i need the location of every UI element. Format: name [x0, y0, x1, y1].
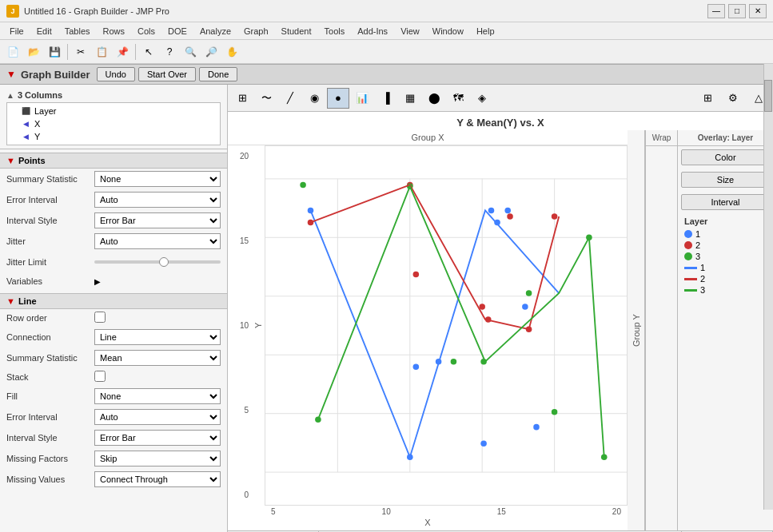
chart-map-btn[interactable]: 🗺	[447, 88, 469, 109]
mean-line-3	[318, 186, 604, 457]
menu-file[interactable]: File	[3, 25, 30, 38]
zoom-out-button[interactable]: 🔎	[201, 42, 221, 62]
stack-label: Stack	[6, 372, 94, 382]
interval-style-select[interactable]: Error Bar	[94, 212, 221, 228]
columns-title: 3 Columns	[18, 90, 62, 100]
variables-label: Variables	[6, 276, 94, 286]
column-y[interactable]: ◀ Y	[7, 130, 220, 143]
menu-tables[interactable]: Tables	[58, 25, 97, 38]
chart-3d-btn[interactable]: ◈	[471, 88, 493, 109]
missing-values-select[interactable]: Connect Through	[94, 471, 221, 487]
chart-scatter-btn[interactable]: 〜	[255, 88, 277, 109]
row-order-checkbox[interactable]	[94, 312, 106, 323]
fill-row: Fill None	[0, 386, 227, 407]
line-summary-stat-select[interactable]: Mean	[94, 350, 221, 366]
menu-student[interactable]: Student	[275, 25, 318, 38]
chart-action-buttons: ⊞ ⚙ △	[696, 88, 770, 109]
start-over-button[interactable]: Start Over	[138, 67, 196, 81]
chart-contour-btn[interactable]: ◉	[303, 88, 325, 109]
points-header[interactable]: ▼ Points	[0, 153, 227, 169]
group-y-panel: Group Y	[628, 130, 645, 530]
select-button[interactable]: ↖	[139, 42, 158, 62]
missing-factors-select[interactable]: Skip	[94, 451, 221, 466]
menu-help[interactable]: Help	[470, 25, 501, 38]
jitter-label: Jitter	[6, 236, 94, 246]
line-error-interval-select[interactable]: Auto	[94, 409, 221, 425]
menu-tools[interactable]: Tools	[318, 25, 352, 38]
jitter-limit-label: Jitter Limit	[6, 257, 94, 267]
stack-checkbox[interactable]	[94, 371, 106, 382]
y-tick-5: 5	[228, 406, 249, 415]
open-button[interactable]: 📂	[24, 42, 43, 62]
copy-button[interactable]: 📋	[92, 42, 111, 62]
chart-type-buttons: ⊞ 〜 ╱ ◉ ● 📊 ▐ ▦ ⬤ 🗺 ◈	[231, 88, 493, 109]
zoom-in-button[interactable]: 🔍	[181, 42, 200, 62]
menu-window[interactable]: Window	[426, 25, 470, 38]
menu-edit[interactable]: Edit	[30, 25, 58, 38]
jitter-slider-track[interactable]	[94, 260, 221, 264]
done-button[interactable]: Done	[199, 67, 237, 81]
variables-btn[interactable]: ⊞	[696, 88, 719, 109]
legend-label-1: 1	[695, 229, 700, 239]
column-layer[interactable]: ⬛ Layer	[7, 105, 220, 117]
minimize-button[interactable]: —	[707, 4, 725, 18]
line-header[interactable]: ▼ Line	[0, 293, 227, 309]
legend-label-3: 3	[695, 252, 700, 261]
interval-button[interactable]: Interval	[681, 194, 770, 210]
connection-select[interactable]: Line	[94, 329, 221, 345]
point-1-6	[488, 208, 495, 214]
error-interval-select[interactable]: Auto	[94, 192, 221, 208]
paste-button[interactable]: 📌	[113, 42, 132, 62]
point-2-6	[507, 213, 513, 220]
summary-stat-control: None	[94, 171, 221, 187]
points-arrow: ▼	[6, 156, 15, 165]
color-button[interactable]: Color	[681, 149, 770, 165]
chart-heatmap-btn[interactable]: ▦	[399, 88, 421, 109]
menu-addins[interactable]: Add-Ins	[351, 25, 394, 38]
variables-arrow[interactable]: ▶	[94, 277, 101, 286]
x-axis-area: 5 10 15 20	[228, 506, 628, 518]
maximize-button[interactable]: □	[728, 4, 746, 18]
menu-analyze[interactable]: Analyze	[193, 25, 237, 38]
jitter-slider-thumb[interactable]	[159, 257, 169, 267]
point-1-5	[480, 441, 487, 447]
chart-histogram-btn[interactable]: ▐	[375, 88, 397, 109]
layer-icon: ⬛	[20, 106, 31, 116]
hand-button[interactable]: ✋	[222, 42, 241, 62]
help-btn[interactable]: ?	[160, 42, 179, 62]
line-summary-stat-label: Summary Statistic	[6, 353, 94, 363]
menu-rows[interactable]: Rows	[97, 25, 132, 38]
save-button[interactable]: 💾	[45, 42, 64, 62]
chart-pie-btn[interactable]: ⬤	[423, 88, 445, 109]
columns-header[interactable]: ▲ 3 Columns	[6, 88, 221, 102]
undo-button[interactable]: Undo	[97, 67, 135, 81]
size-button[interactable]: Size	[681, 172, 770, 188]
column-x[interactable]: ◀ X	[7, 117, 220, 130]
legend-line-2: 2	[684, 274, 767, 284]
new-button[interactable]: 📄	[3, 42, 22, 62]
menu-cols[interactable]: Cols	[131, 25, 161, 38]
chart-line-btn[interactable]: ╱	[279, 88, 301, 109]
chart-title: Y & Mean(Y) vs. X	[228, 112, 773, 130]
menu-view[interactable]: View	[394, 25, 426, 38]
legend: Layer 1 2 3	[678, 213, 773, 300]
fill-select[interactable]: None	[94, 388, 221, 404]
chart-grid-btn[interactable]: ⊞	[231, 88, 253, 109]
chart-area-btn[interactable]: ●	[327, 88, 349, 109]
close-button[interactable]: ✕	[749, 4, 767, 18]
chart-bar-btn[interactable]: 📊	[351, 88, 373, 109]
settings-btn[interactable]: ⚙	[722, 88, 744, 109]
jitter-limit-control	[94, 254, 221, 270]
point-3-1	[300, 182, 306, 189]
menu-graph[interactable]: Graph	[237, 25, 275, 38]
summary-stat-select[interactable]: None	[94, 171, 221, 187]
legend-points-1: 1	[684, 229, 767, 239]
jitter-select[interactable]: Auto	[94, 233, 221, 249]
point-1-8	[504, 208, 511, 214]
columns-arrow: ▲	[6, 91, 14, 100]
left-panel: ▲ 3 Columns ⬛ Layer ◀ X ◀ Y	[0, 85, 228, 532]
line-interval-style-select[interactable]: Error Bar	[94, 430, 221, 446]
menu-doe[interactable]: DOE	[161, 25, 193, 38]
cut-button[interactable]: ✂	[71, 42, 90, 62]
error-interval-label: Error Interval	[6, 195, 94, 204]
